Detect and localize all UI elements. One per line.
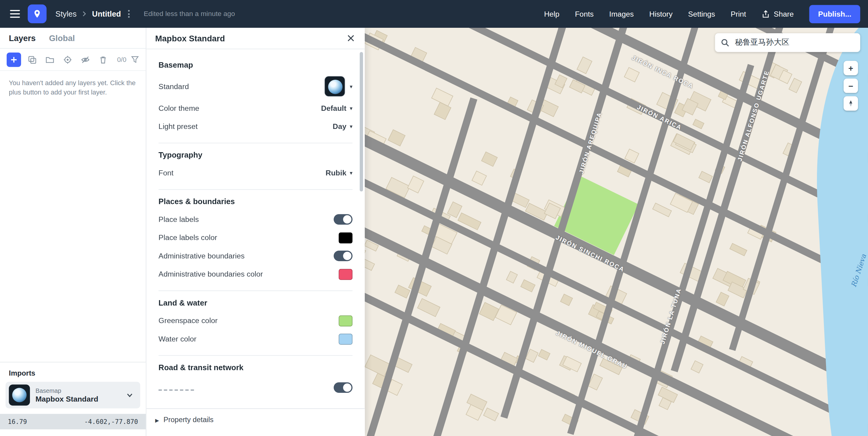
standard-thumbnail-icon	[324, 76, 345, 97]
building	[692, 119, 704, 129]
import-basemap-card[interactable]: Basemap Mapbox Standard	[5, 382, 140, 408]
map-search-box	[715, 33, 860, 52]
basemap-thumbnail-icon	[9, 385, 30, 406]
layers-sidebar: Layers Global 0/0 You ha	[0, 28, 146, 436]
breadcrumb: Styles Untitled	[56, 8, 133, 19]
clipped-label	[159, 390, 194, 391]
section-road-transit: Road & transit network	[159, 363, 352, 372]
import-name: Mapbox Standard	[35, 395, 98, 403]
place-labels-color-swatch[interactable]	[339, 232, 352, 243]
water-color-swatch[interactable]	[339, 333, 352, 344]
row-admin-boundaries-color: Administrative boundaries color	[159, 265, 352, 283]
share-button[interactable]: Share	[762, 10, 794, 18]
building	[394, 285, 410, 299]
color-theme-select[interactable]: Default ▾	[321, 104, 352, 112]
clipped-toggle[interactable]	[334, 382, 352, 393]
compass-button[interactable]	[843, 96, 858, 111]
topbar: Styles Untitled Edited less than a minut…	[0, 0, 868, 28]
triangle-right-icon: ▶	[155, 418, 159, 423]
property-details-toggle[interactable]: ▶Property details	[146, 408, 365, 436]
nav-fonts[interactable]: Fonts	[575, 10, 594, 18]
breadcrumb-styles[interactable]: Styles	[56, 9, 77, 18]
menu-icon[interactable]	[8, 7, 22, 21]
building	[407, 176, 425, 193]
nav-help[interactable]: Help	[544, 10, 559, 18]
row-place-labels: Place labels	[159, 210, 352, 228]
section-land-water: Land & water	[159, 298, 352, 307]
nav-history[interactable]: History	[649, 10, 673, 18]
eye-off-icon[interactable]	[79, 53, 92, 66]
section-basemap: Basemap	[159, 60, 352, 69]
admin-boundaries-toggle[interactable]	[334, 251, 352, 261]
map-statusbar: 16.79 -4.602,-77.870	[0, 414, 146, 429]
chevron-right-icon	[81, 10, 88, 18]
row-water-color: Water color	[159, 330, 352, 348]
building	[521, 279, 536, 292]
building	[562, 356, 581, 373]
sidebar-tabs: Layers Global	[0, 28, 146, 49]
basemap-style-select[interactable]: ▾	[324, 76, 353, 97]
edited-status: Edited less than a minute ago	[144, 10, 235, 18]
tab-global[interactable]: Global	[49, 33, 75, 42]
panel-body: Basemap Standard ▾ Color theme Default ▾…	[146, 49, 365, 408]
style-menu-icon[interactable]	[125, 8, 132, 19]
zoom-out-button[interactable]: −	[843, 79, 858, 93]
building	[715, 292, 729, 307]
building	[483, 407, 499, 421]
group-folder-icon[interactable]	[43, 53, 57, 66]
river-polygon	[808, 28, 868, 436]
empty-state-text: You haven't added any layers yet. Click …	[9, 79, 137, 98]
street-label-arica: JIRÓN ARICA	[636, 103, 683, 131]
building	[788, 78, 802, 93]
row-admin-boundaries: Administrative boundaries	[159, 247, 352, 265]
row-standard: Standard ▾	[159, 74, 352, 99]
building	[538, 349, 550, 360]
building	[506, 271, 518, 283]
mapbox-logo-icon[interactable]	[28, 4, 46, 23]
breadcrumb-title[interactable]: Untitled	[92, 9, 121, 18]
building	[730, 243, 747, 257]
row-place-labels-color: Place labels color	[159, 228, 352, 247]
layer-counter: 0/0	[117, 56, 127, 63]
import-type: Basemap	[35, 387, 98, 394]
section-typography: Typography	[159, 150, 352, 159]
building	[365, 256, 375, 271]
font-select[interactable]: Rubik ▾	[326, 169, 352, 177]
building	[652, 203, 672, 217]
search-input[interactable]	[734, 38, 855, 48]
chevron-down-icon: ▾	[350, 83, 352, 89]
close-icon[interactable]	[346, 33, 356, 43]
map-canvas[interactable]: JIRÓN INCA ROCA JIRÓN ARICA JIRÓN ALFONS…	[365, 28, 868, 436]
building	[481, 152, 497, 167]
trash-icon[interactable]	[96, 53, 110, 66]
zoom-to-layer-icon[interactable]	[61, 53, 74, 66]
panel-title: Mapbox Standard	[155, 33, 225, 43]
zoom-in-button[interactable]: +	[843, 61, 858, 75]
app-window: Styles Untitled Edited less than a minut…	[0, 0, 868, 436]
chevron-down-icon	[126, 391, 134, 399]
nav-settings[interactable]: Settings	[688, 10, 715, 18]
standard-label: Standard	[159, 82, 189, 90]
building	[388, 129, 405, 147]
publish-button[interactable]: Publish...	[809, 5, 860, 23]
coordinates: -4.602,-77.870	[84, 418, 138, 426]
tab-layers[interactable]: Layers	[9, 33, 36, 42]
row-light-preset: Light preset Day ▾	[159, 117, 352, 135]
nav-print[interactable]: Print	[731, 10, 746, 18]
imports-section: Imports Basemap Mapbox Standard	[0, 362, 146, 414]
panel-scrollbar[interactable]	[360, 52, 363, 191]
admin-boundaries-color-swatch[interactable]	[339, 269, 352, 280]
zoom-controls: + −	[843, 61, 858, 111]
chevron-down-icon: ▾	[350, 105, 352, 111]
chevron-down-icon: ▾	[350, 124, 352, 129]
building	[624, 67, 640, 82]
duplicate-icon[interactable]	[25, 53, 39, 66]
greenspace-color-swatch[interactable]	[339, 315, 352, 326]
nav-images[interactable]: Images	[609, 10, 633, 18]
filter-icon[interactable]	[131, 55, 139, 63]
add-layer-button[interactable]	[7, 52, 21, 67]
place-labels-toggle[interactable]	[334, 214, 352, 225]
building	[699, 170, 713, 183]
light-preset-select[interactable]: Day ▾	[333, 122, 352, 130]
font-value: Rubik	[326, 169, 346, 177]
